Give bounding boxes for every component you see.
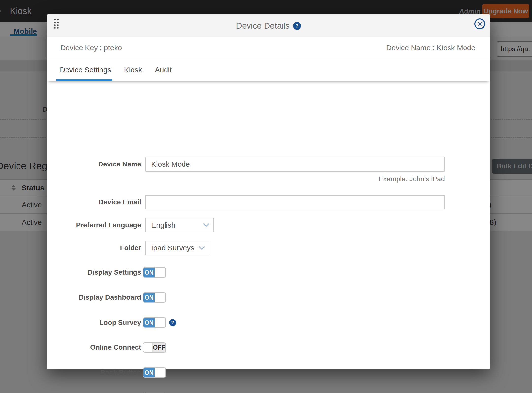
device-name-field-label: Device Name (47, 160, 141, 168)
folder-select[interactable]: Ipad Surveys (145, 241, 209, 255)
device-name-label: Device Name : Kiosk Mode (386, 44, 475, 52)
back-button-toggle[interactable]: ON (143, 367, 166, 378)
folder-label: Folder (47, 244, 141, 252)
modal-tabbar: Device Settings Kiosk Audit (47, 58, 490, 81)
loop-survey-row: Loop Survey ON ? (47, 317, 490, 328)
device-email-input[interactable] (145, 195, 445, 209)
preferred-language-label: Preferred Language (47, 221, 141, 229)
online-connect-toggle[interactable]: OFF (143, 342, 166, 353)
device-name-helper: Example: John's iPad (145, 175, 445, 183)
device-email-field-label: Device Email (47, 198, 141, 206)
help-icon[interactable]: ? (293, 22, 301, 30)
preferred-language-select[interactable]: English (145, 218, 214, 232)
modal-title: Device Details (236, 21, 289, 31)
loop-survey-label: Loop Survey (47, 319, 141, 327)
active-tab-underline (56, 79, 112, 81)
device-details-modal: Device Details ? ✕ Device Key : pteko De… (47, 14, 490, 369)
device-name-input[interactable] (145, 157, 445, 172)
close-icon[interactable]: ✕ (474, 18, 485, 29)
modal-header: Device Details ? ✕ (47, 14, 490, 37)
tab-device-settings[interactable]: Device Settings (60, 66, 111, 74)
online-connect-label: Online Connect (47, 344, 141, 351)
display-dashboard-toggle[interactable]: ON (143, 292, 166, 303)
loop-survey-help-icon[interactable]: ? (169, 319, 176, 326)
modal-subheader: Device Key : pteko Device Name : Kiosk M… (47, 37, 490, 58)
chevron-down-icon (199, 246, 205, 250)
display-dashboard-label: Display Dashboard (47, 294, 141, 301)
device-key-label: Device Key : pteko (60, 44, 122, 52)
page: › Kiosk Admin Upgrade Now Mobile https:/… (0, 0, 532, 393)
back-button-label: Back Button (47, 369, 141, 377)
device-name-row: Device Name (47, 157, 490, 172)
device-email-row: Device Email (47, 195, 490, 209)
display-settings-label: Display Settings (47, 268, 141, 276)
tab-kiosk[interactable]: Kiosk (124, 66, 142, 74)
loop-survey-toggle[interactable]: ON (143, 317, 166, 328)
chevron-down-icon (203, 223, 209, 227)
preferred-language-row: Preferred Language English (47, 218, 490, 232)
back-button-row: Back Button ON (47, 367, 490, 378)
display-dashboard-row: Display Dashboard ON (47, 292, 490, 303)
folder-row: Folder Ipad Surveys (47, 241, 490, 255)
preferred-language-value: English (151, 221, 175, 229)
drag-handle-icon[interactable] (54, 19, 59, 29)
display-settings-row: Display Settings ON (47, 267, 490, 278)
folder-value: Ipad Surveys (151, 244, 194, 252)
tab-audit[interactable]: Audit (155, 66, 172, 74)
display-settings-toggle[interactable]: ON (143, 267, 166, 278)
online-connect-row: Online Connect OFF (47, 342, 490, 353)
